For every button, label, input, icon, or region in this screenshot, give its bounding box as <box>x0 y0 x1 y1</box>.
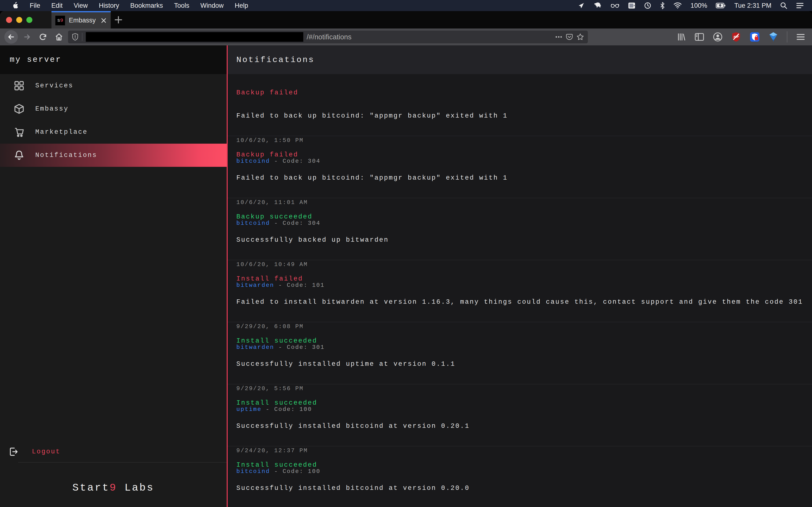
logout-label: Logout <box>32 448 60 455</box>
urlbar-separator <box>82 33 83 41</box>
glasses-icon[interactable] <box>611 3 619 8</box>
brand-start9labs: Start9 Labs <box>0 482 227 494</box>
server-name-title: my server <box>0 45 227 74</box>
tab-embassy[interactable]: s9 Embassy <box>51 11 111 29</box>
library-icon[interactable] <box>677 32 686 42</box>
sidebar-item-label: Services <box>35 82 73 89</box>
sidebar-item-label: Notifications <box>35 152 97 159</box>
redacted-url-host <box>86 32 303 42</box>
notification-title: Install failed <box>236 275 802 282</box>
notification-item: Install succeeded Successfully installed… <box>227 446 812 507</box>
menubar-clock[interactable]: Tue 2:31 PM <box>734 2 771 9</box>
account-icon[interactable] <box>713 32 723 42</box>
sidebar-item-label: Marketplace <box>35 128 88 136</box>
gem-extension-icon[interactable] <box>768 32 778 42</box>
sidebar: my server Services Embassy Marketplace N… <box>0 45 227 507</box>
bitwarden-extension-icon[interactable] <box>750 32 760 42</box>
forward-button[interactable] <box>20 30 34 44</box>
sidebar-item-notifications[interactable]: Notifications <box>0 144 227 167</box>
sidebar-divider <box>18 462 227 463</box>
sidebar-item-marketplace[interactable]: Marketplace <box>0 120 227 144</box>
apple-menu-icon[interactable] <box>6 2 24 9</box>
spotlight-search-icon[interactable] <box>780 2 788 9</box>
page-title: Notifications <box>227 45 812 74</box>
tab-bar: s9 Embassy <box>0 11 812 29</box>
battery-charging-icon[interactable] <box>716 2 725 9</box>
url-bar[interactable]: /#/notifications <box>68 31 588 43</box>
menubar-item-window[interactable]: Window <box>195 2 229 9</box>
app-menu-icon[interactable] <box>796 33 805 41</box>
bluetooth-icon[interactable] <box>660 2 665 9</box>
notification-item: Backup failed Failed to back up bitcoind… <box>227 136 812 198</box>
cube-icon <box>13 103 24 114</box>
cart-icon <box>13 126 24 137</box>
notification-body: Successfully installed uptime at version… <box>236 360 802 368</box>
sidebar-toggle-icon[interactable] <box>695 33 704 41</box>
home-button[interactable] <box>52 30 66 44</box>
notification-body: Failed to install bitwarden at version 1… <box>236 298 802 306</box>
notification-item: Install succeeded Successfully installed… <box>227 384 812 446</box>
menubar-item-help[interactable]: Help <box>229 2 254 9</box>
reload-button[interactable] <box>36 30 50 44</box>
notification-item: Install failed Failed to install bitward… <box>227 260 812 322</box>
url-path-text: /#/notifications <box>307 33 351 41</box>
notification-body: Failed to back up bitcoind: "appmgr back… <box>236 174 802 181</box>
wifi-icon[interactable] <box>673 2 682 9</box>
notification-title: Install succeeded <box>236 337 802 344</box>
log-out-icon <box>9 447 18 457</box>
notification-item: Backup failed Failed to back up bitcoind… <box>227 74 812 136</box>
notification-title: Install succeeded <box>236 461 802 469</box>
elephant-icon[interactable] <box>594 2 602 9</box>
menubar-item-file[interactable]: File <box>24 2 46 9</box>
sidebar-item-embassy[interactable]: Embassy <box>0 97 227 120</box>
notifications-page: Notifications Backup failed Failed to ba… <box>227 45 812 507</box>
sidebar-item-services[interactable]: Services <box>0 74 227 97</box>
notification-title: Backup failed <box>236 89 802 96</box>
sidebar-item-label: Embassy <box>35 105 69 113</box>
adblock-extension-icon[interactable]: ABP <box>731 32 741 42</box>
new-tab-button[interactable] <box>114 15 123 24</box>
notification-item: Backup succeeded Successfully backed up … <box>227 198 812 260</box>
menubar-item-edit[interactable]: Edit <box>46 2 68 9</box>
tab-close-icon[interactable] <box>101 17 107 24</box>
page-actions-icon[interactable] <box>555 36 562 38</box>
close-window-button[interactable] <box>6 17 12 23</box>
menu-list-icon[interactable] <box>796 2 804 9</box>
navigation-toolbar: /#/notifications ABP <box>0 29 812 45</box>
notification-body: Successfully installed bitcoind at versi… <box>236 422 802 430</box>
browser-window: s9 Embassy /#/notifications ABP <box>0 11 812 507</box>
notification-code: - Code: 100 <box>261 406 312 412</box>
menubar-item-view[interactable]: View <box>68 2 93 9</box>
tab-title: Embassy <box>69 17 97 24</box>
toolbar-separator <box>787 32 788 43</box>
bell-icon <box>13 150 24 161</box>
pocket-icon[interactable] <box>566 33 573 41</box>
menubar-item-history[interactable]: History <box>93 2 125 9</box>
menubar-item-tools[interactable]: Tools <box>168 2 195 9</box>
notification-title: Backup succeeded <box>236 213 802 220</box>
zoom-window-button[interactable] <box>27 17 33 23</box>
notification-body: Failed to back up bitcoind: "appmgr back… <box>236 112 802 119</box>
notification-body: Successfully backed up bitwarden <box>236 236 802 243</box>
menubar-item-bookmarks[interactable]: Bookmarks <box>125 2 168 9</box>
notification-code: - Code: 100 <box>270 468 320 475</box>
back-button[interactable] <box>4 30 18 44</box>
display-icon[interactable] <box>628 2 636 9</box>
notification-code: - Code: 304 <box>270 220 320 226</box>
notification-title: Install succeeded <box>236 399 802 406</box>
battery-percent: 100% <box>691 2 707 9</box>
bookmark-star-icon[interactable] <box>576 33 584 41</box>
tracking-protection-shield-icon[interactable] <box>72 33 79 41</box>
paper-plane-icon[interactable] <box>578 2 585 9</box>
notification-code: - Code: 101 <box>274 282 325 288</box>
logout-button[interactable]: Logout <box>0 440 227 463</box>
notification-code: - Code: 301 <box>274 344 325 350</box>
time-machine-icon[interactable] <box>644 2 651 9</box>
svg-text:ABP: ABP <box>733 35 739 38</box>
window-controls <box>0 11 51 29</box>
notification-body: Successfully installed bitcoind at versi… <box>236 485 802 492</box>
tab-favicon: s9 <box>55 16 65 25</box>
embassy-app: my server Services Embassy Marketplace N… <box>0 45 812 507</box>
minimize-window-button[interactable] <box>16 17 22 23</box>
notifications-list: Backup failed Failed to back up bitcoind… <box>227 74 812 507</box>
